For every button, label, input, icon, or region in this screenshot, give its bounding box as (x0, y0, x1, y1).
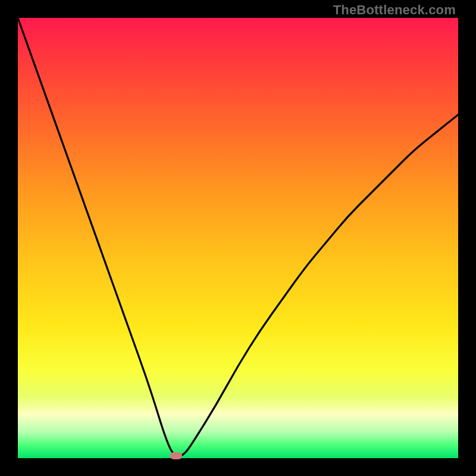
bottleneck-curve (18, 18, 458, 458)
optimum-marker (170, 452, 182, 459)
watermark-text: TheBottleneck.com (333, 2, 456, 18)
plot-area (18, 18, 458, 458)
chart-frame: TheBottleneck.com (0, 0, 476, 476)
